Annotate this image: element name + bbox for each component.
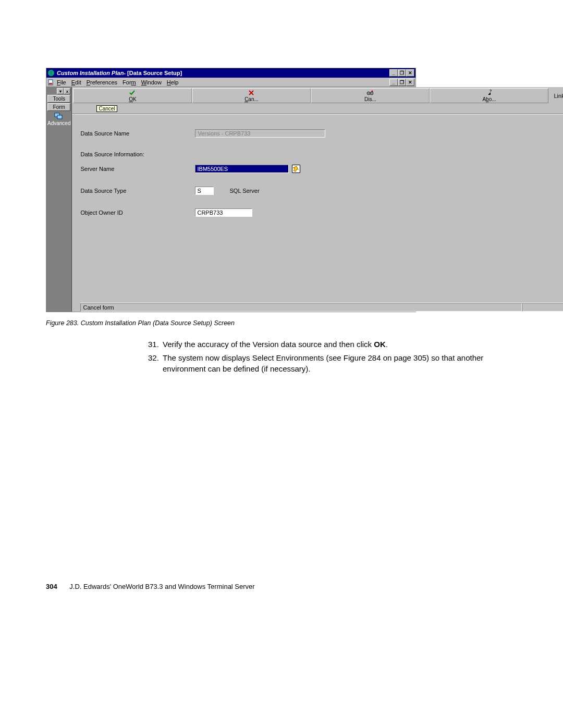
dsn-label: Data Source Name <box>80 130 195 137</box>
figure-caption: Figure 283. Custom Installation Plan (Da… <box>46 319 517 327</box>
doc-title: - [Data Source Setup] <box>124 70 182 76</box>
status-bar: Cancel form <box>80 303 563 312</box>
menu-help[interactable]: Help <box>167 79 179 85</box>
owner-label: Object Owner ID <box>80 209 195 216</box>
main-pane: OK Can... Dis... ? Abo... <box>72 87 563 312</box>
type-code-field[interactable]: S <box>195 187 214 195</box>
x-icon <box>194 89 309 96</box>
step-31-number: 31. <box>148 339 163 350</box>
help-arrow-icon: ? <box>432 89 546 96</box>
type-label: Data Source Type <box>80 188 195 194</box>
menu-window[interactable]: Window <box>141 79 162 85</box>
mdi-restore-button[interactable]: ❐ <box>398 79 406 86</box>
type-desc: SQL Server <box>229 188 259 194</box>
visual-assist-button[interactable] <box>292 165 300 173</box>
owner-field[interactable]: CRPB733 <box>195 208 252 217</box>
status-text: Cancel form <box>80 303 521 312</box>
display-button[interactable]: Dis... <box>311 88 430 103</box>
form-area: Data Source Name Versions - CRPB733 Data… <box>72 114 563 312</box>
rail-close-button[interactable]: x <box>64 88 70 94</box>
document-icon <box>47 79 55 86</box>
check-icon <box>75 89 190 96</box>
book-title: J.D. Edwards' OneWorld B73.3 and Windows… <box>69 583 254 590</box>
status-mid <box>522 303 563 312</box>
svg-point-5 <box>367 92 370 95</box>
rail-pin-button[interactable]: ▾ <box>57 88 64 94</box>
side-rail: ▾ x Tools Form Advanced <box>46 87 72 312</box>
links-dropdown[interactable]: Links ▼ <box>550 90 563 102</box>
page-number: 304 <box>46 583 57 590</box>
about-button[interactable]: ? Abo... <box>430 88 548 103</box>
title-bar: Custom Installation Plan - [Data Source … <box>46 68 415 78</box>
app-screenshot: Custom Installation Plan - [Data Source … <box>46 68 416 312</box>
page-footer: 304 J.D. Edwards' OneWorld B73.3 and Win… <box>46 583 517 590</box>
app-icon <box>47 69 55 77</box>
server-name-field[interactable]: IBM5500ES <box>195 165 289 173</box>
step-32-text: The system now displays Select Environme… <box>163 353 517 374</box>
menu-preferences[interactable]: Preferences <box>87 79 117 85</box>
step-31-text: Verify the accuracy of the Version data … <box>163 339 388 350</box>
toolbar: OK Can... Dis... ? Abo... <box>73 88 563 103</box>
rail-advanced-label: Advanced <box>47 120 70 126</box>
rail-form-button[interactable]: Form <box>47 103 70 111</box>
rail-tools-button[interactable]: Tools <box>47 95 70 103</box>
mdi-close-button[interactable]: ✕ <box>406 79 414 86</box>
maximize-button[interactable]: ❐ <box>398 69 406 77</box>
svg-point-7 <box>372 91 373 92</box>
advanced-icon <box>54 113 64 120</box>
menu-file[interactable]: File <box>57 79 66 85</box>
svg-point-6 <box>370 92 373 95</box>
cancel-tooltip: Cancel <box>96 105 117 112</box>
menu-edit[interactable]: Edit <box>71 79 81 85</box>
group-header: Data Source Information: <box>80 151 563 157</box>
svg-rect-2 <box>49 83 52 84</box>
close-button[interactable]: ✕ <box>406 69 414 77</box>
binoculars-icon <box>313 89 427 96</box>
dsn-field: Versions - CRPB733 <box>195 129 325 138</box>
svg-rect-4 <box>57 115 62 119</box>
app-title: Custom Installation Plan <box>57 70 124 76</box>
links-label: Links <box>554 93 563 99</box>
menu-form[interactable]: Form <box>123 79 136 85</box>
step-32-number: 32. <box>148 353 163 374</box>
mdi-minimize-button[interactable]: _ <box>389 79 398 86</box>
server-name-label: Server Name <box>80 166 195 172</box>
ok-button[interactable]: OK <box>73 88 192 103</box>
svg-text:?: ? <box>489 90 492 93</box>
rail-advanced-item[interactable]: Advanced <box>47 112 70 128</box>
minimize-button[interactable]: _ <box>389 69 398 77</box>
cancel-button[interactable]: Can... <box>192 88 311 103</box>
menu-bar: File Edit Preferences Form Window Help _… <box>46 78 415 87</box>
